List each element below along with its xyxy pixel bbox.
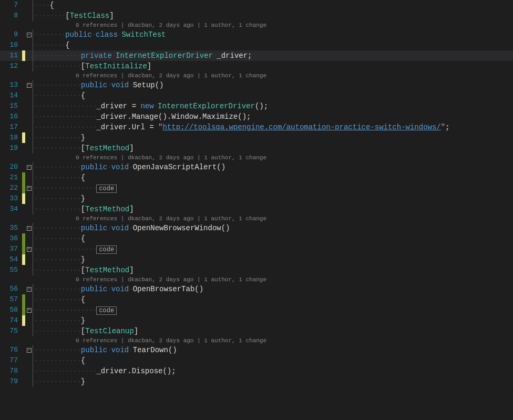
change-marker-icon [22,50,25,61]
code-line: 14 ············{ [0,90,513,101]
line-number: 20 [0,162,22,172]
line-number: 57 [0,294,22,305]
line-number: 76 [0,345,22,355]
collapsed-region[interactable]: code [96,245,117,254]
code-line: 76 − ············public·void·TearDown() [0,345,513,355]
fold-toggle-icon[interactable]: − [27,33,32,37]
codelens[interactable]: 0 references | dkacban, 2 days ago | 1 a… [0,214,513,223]
line-number: 33 [0,193,22,204]
code-line: 19 ············[TestMethod] [0,143,513,153]
code-line: 18 ············} [0,132,513,143]
fold-toggle-icon[interactable]: − [27,226,32,231]
line-number: 78 [0,366,22,376]
line-number: 14 [0,90,22,101]
line-number: 58 [0,305,22,315]
code-line: 20 − ············public·void·OpenJavaScr… [0,162,513,172]
line-number: 12 [0,61,22,71]
line-number: 22 [0,183,22,193]
code-line: 55 ············[TestMethod] [0,265,513,275]
code-line: 11 ············private·InternetExplorerD… [0,50,513,61]
fold-toggle-icon[interactable]: − [27,165,32,170]
line-number: 15 [0,101,22,111]
line-number: 34 [0,204,22,214]
code-line: 56 − ············public·void·OpenBrowser… [0,284,513,294]
change-marker-icon [22,294,25,305]
change-marker-icon [22,193,25,204]
code-line: 35 − ············public·void·OpenNewBrow… [0,223,513,233]
change-marker-icon [22,315,25,326]
code-line: 7 ····{ [0,0,513,11]
code-line: 57 ············{ [0,294,513,305]
line-number: 21 [0,172,22,183]
url-link[interactable]: http://toolsqa.wpengine.com/automation-p… [162,123,440,131]
line-number: 17 [0,122,22,132]
code-line: 15 ················_driver = new·Interne… [0,101,513,111]
change-marker-icon [22,233,25,244]
change-marker-icon [22,254,25,265]
code-line: 79 ············} [0,376,513,387]
code-line: 34 ············[TestMethod] [0,204,513,214]
fold-toggle-icon[interactable]: + [27,247,32,252]
code-line: 13 − ············public·void·Setup() [0,80,513,90]
line-number: 9 [0,29,22,40]
line-number: 36 [0,233,22,244]
code-line: 36 ············{ [0,233,513,244]
line-number: 11 [0,50,22,61]
code-line: 9 − ········public·class·SwitchTest [0,29,513,40]
code-line: 16 ················_driver.Manage().Wind… [0,111,513,122]
code-line: 8 ········[TestClass] [0,11,513,21]
line-number: 56 [0,284,22,294]
line-number: 75 [0,326,22,336]
change-marker-icon [22,172,25,183]
code-line: 75 ············[TestCleanup] [0,326,513,336]
code-line: 78 ················_driver.Dispose(); [0,366,513,376]
codelens[interactable]: 0 references | dkacban, 2 days ago | 1 a… [0,153,513,162]
code-editor[interactable]: 7 ····{ 8 ········[TestClass] 0 referenc… [0,0,513,391]
line-number: 7 [0,0,22,11]
line-number: 54 [0,254,22,265]
line-number: 55 [0,265,22,275]
code-line: 37 + ················code [0,244,513,254]
codelens[interactable]: 0 references | dkacban, 2 days ago | 1 a… [0,71,513,80]
line-number: 79 [0,376,22,387]
codelens[interactable]: 0 references | dkacban, 2 days ago | 1 a… [0,336,513,345]
codelens[interactable]: 0 references | dkacban, 2 days ago | 1 a… [0,275,513,284]
line-number: 16 [0,111,22,122]
fold-toggle-icon[interactable]: − [27,287,32,292]
code-line: 17 ················_driver.Url = "http:/… [0,122,513,132]
code-line: 33 ············} [0,193,513,204]
change-marker-icon [22,132,25,143]
fold-toggle-icon[interactable]: + [27,186,32,191]
line-number: 37 [0,244,22,254]
line-number: 18 [0,132,22,143]
line-number: 13 [0,80,22,90]
code-line: 58 + ················code [0,305,513,315]
fold-toggle-icon[interactable]: − [27,348,32,353]
code-line: 21 ············{ [0,172,513,183]
code-line: 54 ············} [0,254,513,265]
line-number: 19 [0,143,22,153]
line-number: 10 [0,40,22,50]
code-line: 10 ········{ [0,40,513,50]
fold-toggle-icon[interactable]: + [27,308,32,313]
code-line: 22 + ················code [0,183,513,193]
code-line: 74 ············} [0,315,513,326]
line-number: 77 [0,355,22,366]
fold-toggle-icon[interactable]: − [27,83,32,88]
line-number: 74 [0,315,22,326]
code-line: 77 ············{ [0,355,513,366]
code-line: 12 ············[TestInitialize] [0,61,513,71]
line-number: 8 [0,11,22,21]
line-number: 35 [0,223,22,233]
collapsed-region[interactable]: code [96,306,117,315]
collapsed-region[interactable]: code [96,185,117,193]
codelens[interactable]: 0 references | dkacban, 2 days ago | 1 a… [0,21,513,29]
